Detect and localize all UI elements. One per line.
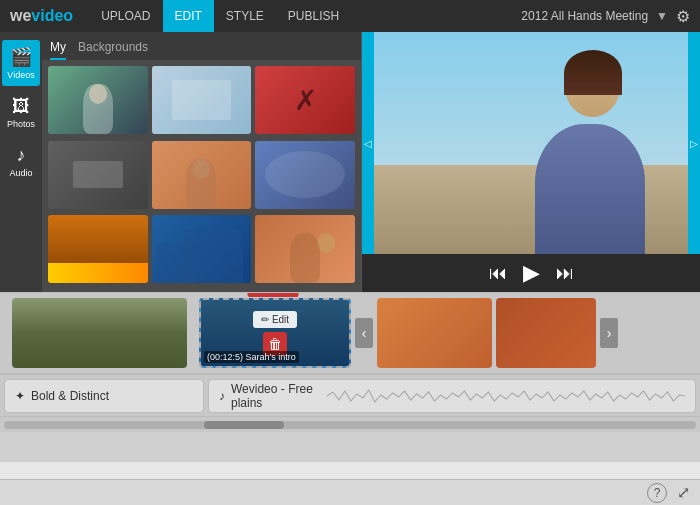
video-icon: 🎬 xyxy=(10,46,32,68)
media-tabs: My Backgrounds xyxy=(42,32,361,60)
main-area: 🎬 Videos 🖼 Photos ♪ Audio My Backgrounds xyxy=(0,32,700,292)
clip-label: (00:12:5) Sarah's intro xyxy=(204,351,299,363)
forward-button[interactable]: ⏭ xyxy=(556,263,574,284)
edit-button-overlay[interactable]: ✏ Edit xyxy=(253,311,297,328)
music-track-item[interactable]: ♪ Wevideo - Free plains xyxy=(208,379,696,413)
play-button[interactable]: ▶ xyxy=(523,260,540,286)
selected-clip-wrapper: 00:19:18 ✏ Edit 🗑 (00:12:5) Sarah's intr… xyxy=(195,298,351,368)
project-name: 2012 All Hands Meeting xyxy=(521,9,648,23)
sidebar-videos-label: Videos xyxy=(7,70,34,80)
time-badge: 00:19:18 xyxy=(248,292,299,297)
left-sidebar: 🎬 Videos 🖼 Photos ♪ Audio xyxy=(0,32,42,292)
settings-icon[interactable]: ⚙ xyxy=(676,7,690,26)
fullscreen-icon[interactable]: ⤢ xyxy=(677,483,690,502)
publish-button[interactable]: PUBLISH xyxy=(276,0,351,32)
sidebar-item-photos[interactable]: 🖼 Photos xyxy=(2,90,40,135)
track-icon: ♪ xyxy=(219,389,225,403)
timeline-video-row: 00:19:18 ✏ Edit 🗑 (00:12:5) Sarah's intr… xyxy=(0,292,700,374)
media-thumb[interactable] xyxy=(48,66,148,134)
media-thumb[interactable] xyxy=(255,141,355,209)
upload-button[interactable]: UPLOAD xyxy=(89,0,162,32)
top-right: 2012 All Hands Meeting ▼ ⚙ xyxy=(521,7,690,26)
preview-left-handle[interactable]: ◁ xyxy=(362,32,374,254)
media-panel: My Backgrounds ✗ xyxy=(42,32,362,292)
edit-button[interactable]: EDIT xyxy=(163,0,214,32)
top-nav: wevideo UPLOAD EDIT STYLE PUBLISH 2012 A… xyxy=(0,0,700,32)
preview-video: ◁ ▷ xyxy=(362,32,700,254)
style-button[interactable]: STYLE xyxy=(214,0,276,32)
tab-backgrounds[interactable]: Backgrounds xyxy=(78,36,148,60)
media-thumb[interactable] xyxy=(48,141,148,209)
tab-my[interactable]: My xyxy=(50,36,66,60)
logo: wevideo xyxy=(10,7,73,25)
timeline-clip-road[interactable] xyxy=(12,298,187,368)
music-style-item[interactable]: ✦ Bold & Distinct xyxy=(4,379,204,413)
media-thumb[interactable] xyxy=(48,215,148,283)
style-icon: ✦ xyxy=(15,389,25,403)
bottom-bar: ? ⤢ xyxy=(0,479,700,505)
media-thumb[interactable] xyxy=(255,215,355,283)
scrollbar-area xyxy=(0,416,700,432)
sidebar-audio-label: Audio xyxy=(9,168,32,178)
timeline-clip-city[interactable]: ✏ Edit 🗑 (00:12:5) Sarah's intro xyxy=(199,298,351,368)
timeline-clip-people2[interactable] xyxy=(496,298,596,368)
style-label: Bold & Distinct xyxy=(31,389,109,403)
scrollbar-thumb[interactable] xyxy=(204,421,284,429)
media-thumb[interactable] xyxy=(152,141,252,209)
rewind-button[interactable]: ⏮ xyxy=(489,263,507,284)
track-label: Wevideo - Free plains xyxy=(231,382,321,410)
scrollbar-track[interactable] xyxy=(4,421,696,429)
help-icon[interactable]: ? xyxy=(647,483,667,503)
sidebar-item-audio[interactable]: ♪ Audio xyxy=(2,139,40,184)
preview-right-handle[interactable]: ▷ xyxy=(688,32,700,254)
media-thumb[interactable]: ✗ xyxy=(255,66,355,134)
person-body xyxy=(535,124,645,254)
timeline-right-arrow[interactable]: › xyxy=(600,318,618,348)
timeline-clip-people1[interactable] xyxy=(377,298,492,368)
waveform xyxy=(327,386,685,406)
photos-icon: 🖼 xyxy=(12,96,30,117)
preview-panel: ◁ ▷ ⏮ ▶ ⏭ xyxy=(362,32,700,292)
timeline-left-arrow[interactable]: ‹ xyxy=(355,318,373,348)
sidebar-item-videos[interactable]: 🎬 Videos xyxy=(2,40,40,86)
media-thumb[interactable] xyxy=(152,215,252,283)
media-grid: ✗ xyxy=(42,60,361,292)
music-row: ✦ Bold & Distinct ♪ Wevideo - Free plain… xyxy=(0,374,700,416)
timeline-area: 00:19:18 ✏ Edit 🗑 (00:12:5) Sarah's intr… xyxy=(0,292,700,462)
sidebar-photos-label: Photos xyxy=(7,119,35,129)
media-thumb[interactable] xyxy=(152,66,252,134)
audio-icon: ♪ xyxy=(17,145,26,166)
preview-controls: ⏮ ▶ ⏭ xyxy=(362,254,700,292)
